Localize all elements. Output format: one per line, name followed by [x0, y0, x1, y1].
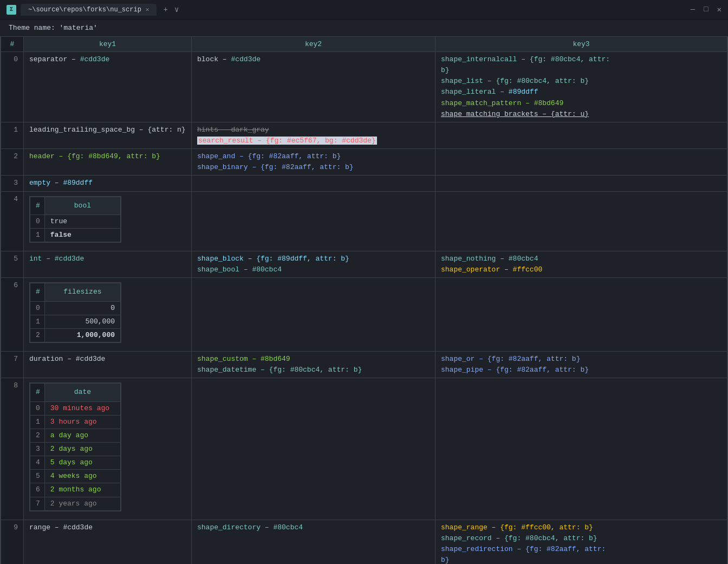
row-num-1: 1	[1, 122, 24, 148]
table-row: 9 range – #cdd3de shape_directory – #80c…	[1, 520, 727, 564]
row-5-key2: shape_block – {fg: #89ddff, attr: b} sha…	[192, 251, 435, 278]
row-7-key3: shape_or – {fg: #82aaff, attr: b} shape_…	[435, 352, 727, 378]
inner-col-filesizes: filesizes	[44, 283, 120, 301]
inner-row-6-num: 6	[30, 483, 45, 497]
row-num-4: 4	[1, 191, 24, 251]
row-5-key3: shape_nothing – #80cbc4 shape_operator –…	[435, 251, 727, 278]
date-table: # date 0 30 minutes ago 1 3 hours	[29, 383, 121, 511]
list-item: 1 500,000	[30, 315, 121, 328]
table-row: 3 empty – #89ddff	[1, 176, 727, 191]
row-8-key1: # date 0 30 minutes ago 1 3 hours	[24, 378, 192, 520]
inner-row-6-val: 2 months ago	[44, 483, 120, 497]
col-header-num: #	[1, 37, 24, 52]
list-item: 1 3 hours ago	[30, 415, 121, 429]
list-item: 0 0	[30, 301, 121, 315]
window-controls[interactable]: — □ ✕	[691, 5, 722, 14]
row-4-key2	[192, 191, 435, 251]
row-1-key3	[435, 122, 727, 148]
inner-row-0-val: 30 minutes ago	[44, 401, 120, 415]
inner-row-0-num: 0	[30, 215, 45, 228]
row-1-key1: leading_trailing_space_bg – {attr: n}	[24, 122, 192, 148]
row-9-key2: shape_directory – #80cbc4	[192, 520, 435, 564]
row-3-key1: empty – #89ddff	[24, 176, 192, 191]
row-7-key1: duration – #cdd3de	[24, 352, 192, 378]
table-row: 6 # filesizes 0 0	[1, 278, 727, 352]
row-num-7: 7	[1, 352, 24, 378]
table-row: 4 # bool 0 true	[1, 191, 727, 251]
row-9-key3: shape_range – {fg: #ffcc00, attr: b} sha…	[435, 520, 727, 564]
new-tab-icon[interactable]: +	[163, 5, 167, 14]
tab-list-icon[interactable]: ∨	[174, 5, 179, 14]
close-icon[interactable]: ✕	[717, 5, 722, 14]
row-4-key3	[435, 191, 727, 251]
minimize-icon[interactable]: —	[691, 5, 695, 14]
row-8-key3	[435, 378, 727, 520]
row-num-8: 8	[1, 378, 24, 520]
inner-row-1-val: 500,000	[44, 315, 120, 328]
row-2-key3	[435, 149, 727, 176]
table-row: 2 header – {fg: #8bd649, attr: b} shape_…	[1, 149, 727, 176]
row-3-key2	[192, 176, 435, 191]
row-4-key1: # bool 0 true 1 false	[24, 191, 192, 251]
inner-row-2-num: 2	[30, 328, 45, 342]
inner-col-date: date	[44, 384, 120, 401]
titlebar: Σ ~\source\repos\forks\nu_scrip ✕ + ∨ — …	[0, 0, 728, 20]
row-0-key1: separator – #cdd3de	[24, 52, 192, 122]
maximize-icon[interactable]: □	[704, 5, 708, 14]
list-item: 6 2 months ago	[30, 483, 121, 497]
inner-row-2-val: a day ago	[44, 429, 120, 442]
table-row: 5 int – #cdd3de shape_block – {fg: #89dd…	[1, 251, 727, 278]
row-num-9: 9	[1, 520, 24, 564]
row-3-key3	[435, 176, 727, 191]
row-1-key2: hints – dark_gray search_result – {fg: #…	[192, 122, 435, 148]
row-6-key3	[435, 278, 727, 352]
app-icon: Σ	[6, 5, 16, 15]
inner-col-hash: #	[30, 384, 45, 401]
tab-nuscrip[interactable]: ~\source\repos\forks\nu_scrip ✕	[21, 4, 157, 16]
list-item: 3 2 days ago	[30, 442, 121, 456]
row-2-key1: header – {fg: #8bd649, attr: b}	[24, 149, 192, 176]
col-header-key2: key2	[192, 37, 435, 52]
row-num-5: 5	[1, 251, 24, 278]
row-num-2: 2	[1, 149, 24, 176]
main-table: # key1 key2 key3 0 separator – #cdd3de b…	[1, 36, 727, 564]
table-row: 0 separator – #cdd3de block – #cdd3de sh…	[1, 52, 727, 122]
inner-row-1-val: false	[44, 228, 120, 242]
inner-row-1-num: 1	[30, 228, 45, 242]
inner-row-0-val: true	[44, 215, 120, 228]
inner-row-0-val: 0	[44, 301, 120, 315]
inner-row-4-val: 5 days ago	[44, 456, 120, 470]
row-0-key3: shape_internalcall – {fg: #80cbc4, attr:…	[435, 52, 727, 122]
list-item: 4 5 days ago	[30, 456, 121, 470]
row-num-0: 0	[1, 52, 24, 122]
bool-table: # bool 0 true 1 false	[29, 196, 121, 243]
inner-row-7-val: 2 years ago	[44, 497, 120, 510]
col-header-key3: key3	[435, 37, 727, 52]
list-item: 0 true	[30, 215, 121, 228]
main-table-wrapper: # key1 key2 key3 0 separator – #cdd3de b…	[0, 36, 728, 564]
inner-row-2-num: 2	[30, 429, 45, 442]
inner-col-hash: #	[30, 283, 45, 301]
inner-row-1-num: 1	[30, 415, 45, 429]
row-5-key1: int – #cdd3de	[24, 251, 192, 278]
inner-row-2-val: 1,000,000	[44, 328, 120, 342]
row-9-key1: range – #cdd3de	[24, 520, 192, 564]
inner-row-3-val: 2 days ago	[44, 442, 120, 456]
tab-close-icon[interactable]: ✕	[146, 6, 150, 13]
inner-row-5-val: 4 weeks ago	[44, 470, 120, 483]
row-num-6: 6	[1, 278, 24, 352]
inner-col-hash: #	[30, 197, 45, 215]
inner-row-0-num: 0	[30, 401, 45, 415]
inner-row-0-num: 0	[30, 301, 45, 315]
row-6-key1: # filesizes 0 0 1 500,000	[24, 278, 192, 352]
row-8-key2	[192, 378, 435, 520]
row-7-key2: shape_custom – #8bd649 shape_datetime – …	[192, 352, 435, 378]
inner-row-5-num: 5	[30, 470, 45, 483]
filesizes-table: # filesizes 0 0 1 500,000	[29, 282, 121, 343]
col-header-key1: key1	[24, 37, 192, 52]
row-num-3: 3	[1, 176, 24, 191]
table-row: 8 # date 0 30 minutes ago	[1, 378, 727, 520]
inner-row-4-num: 4	[30, 456, 45, 470]
list-item: 5 4 weeks ago	[30, 470, 121, 483]
list-item: 2 a day ago	[30, 429, 121, 442]
